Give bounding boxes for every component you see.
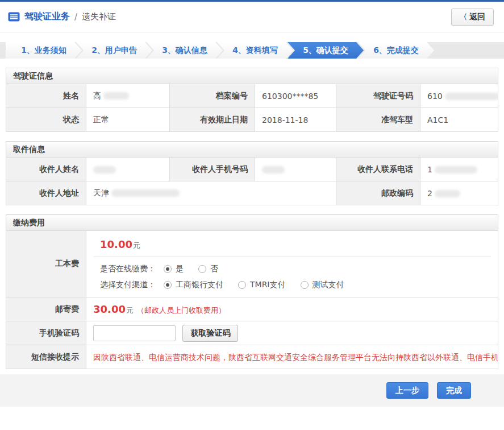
redacted-value [435, 166, 477, 173]
breadcrumb: 驾驶证业务 / 遗失补证 [8, 11, 116, 23]
step-3-confirm-info[interactable]: 3、确认信息 [147, 42, 223, 59]
vehicle-class-label: 准驾车型 [336, 108, 420, 132]
step-nav: 1、业务须知 2、用户申告 3、确认信息 4、资料填写 5、确认提交 6、完成提… [0, 42, 504, 59]
postcode-value: 2 [420, 181, 498, 205]
step-6-complete-submit[interactable]: 6、完成提交 [358, 42, 434, 59]
license-info-table: 姓名 高 档案编号 610300****85 驾驶证号码 610 状态 正常 有… [6, 84, 498, 132]
postcode-text: 2 [427, 189, 432, 198]
table-row: 手机验证码 获取验证码 [6, 321, 498, 345]
radio-online-no[interactable]: 否 [198, 264, 218, 274]
name-text: 高 [93, 91, 101, 100]
radio-checked-icon [164, 265, 172, 273]
payment-channel-question: 选择支付渠道： [100, 280, 156, 290]
status-label: 状态 [6, 108, 86, 132]
breadcrumb-separator: / [74, 12, 77, 22]
section-title-fees: 缴纳费用 [6, 214, 498, 230]
section-fees: 缴纳费用 工本费 10.00元 是否在线缴费： 是 [6, 214, 498, 369]
payment-channel-row: 选择支付渠道： 工商银行支付 TMRI支付 测试支付 [100, 277, 484, 293]
vehicle-class-value: A1C1 [420, 108, 498, 132]
breadcrumb-current: 遗失补证 [82, 11, 116, 22]
online-payment-question: 是否在线缴费： [100, 264, 156, 274]
redacted-value [103, 92, 129, 100]
radio-unchecked-icon [301, 281, 309, 289]
step-label: 6、完成提交 [373, 46, 419, 55]
back-button[interactable]: 〈 返回 [451, 9, 494, 26]
table-row: 工本费 10.00元 是否在线缴费： 是 [6, 231, 498, 297]
recipient-mobile-value [255, 158, 336, 181]
expiry-label: 有效期止日期 [170, 108, 255, 132]
step-label: 2、用户申告 [91, 46, 137, 55]
step-label: 4、资料填写 [232, 46, 278, 55]
license-number-text: 610 [427, 92, 443, 101]
radio-channel-tmri[interactable]: TMRI支付 [238, 280, 286, 290]
license-number-value: 610 [420, 84, 498, 108]
fees-table: 工本费 10.00元 是否在线缴费： 是 [6, 230, 498, 369]
section-title-license: 驾驶证信息 [6, 68, 498, 84]
redacted-value [445, 93, 498, 100]
back-button-label: 返回 [469, 12, 485, 22]
prev-step-button[interactable]: 上一步 [386, 382, 428, 399]
section-license-info: 驾驶证信息 姓名 高 档案编号 610300****85 驾驶证号码 610 状… [6, 68, 498, 132]
radio-channel-test[interactable]: 测试支付 [301, 280, 344, 290]
recipient-address-value: 天津 [86, 181, 336, 205]
pickup-info-table: 收件人姓名 收件人手机号码 收件人联系电话 1 收件人地址 天津 邮政编码 2 [6, 157, 498, 205]
name-value: 高 [86, 84, 170, 108]
step-label: 5、确认提交 [303, 46, 348, 55]
online-payment-row: 是否在线缴费： 是 否 [100, 261, 484, 277]
header: 驾驶证业务 / 遗失补证 〈 返回 [0, 2, 504, 32]
production-fee-value: 10.00元 是否在线缴费： 是 否 [86, 231, 498, 297]
footer-action-bar: 上一步 完成 [0, 374, 504, 407]
radio-label: 工商银行支付 [176, 280, 223, 290]
recipient-phone-value: 1 [420, 158, 498, 181]
name-label: 姓名 [6, 84, 86, 108]
table-row: 状态 正常 有效期止日期 2018-11-18 准驾车型 A1C1 [6, 108, 498, 132]
radio-label: 测试支付 [313, 280, 344, 290]
sms-tip-value: 因陕西省联通、电信运营商技术问题，陕西省互联网交通安全综合服务管理平台无法向持陕… [86, 345, 498, 369]
radio-online-yes[interactable]: 是 [164, 264, 184, 274]
recipient-address-label: 收件人地址 [6, 181, 86, 205]
recipient-mobile-label: 收件人手机号码 [170, 158, 255, 181]
postage-fee-label: 邮寄费 [6, 297, 86, 321]
expiry-value: 2018-11-18 [255, 108, 336, 132]
section-pickup-info: 取件信息 收件人姓名 收件人手机号码 收件人联系电话 1 收件人地址 天津 邮政… [6, 141, 498, 205]
production-fee-label: 工本费 [6, 231, 86, 297]
license-list-icon [8, 11, 20, 23]
step-label: 1、业务须知 [21, 46, 66, 55]
table-row: 姓名 高 档案编号 610300****85 驾驶证号码 610 [6, 84, 498, 108]
status-value: 正常 [86, 108, 170, 132]
get-code-button[interactable]: 获取验证码 [182, 325, 238, 342]
step-2-user-declaration[interactable]: 2、用户申告 [76, 42, 152, 59]
radio-checked-icon [164, 281, 172, 289]
chevron-left-icon: 〈 [460, 12, 467, 22]
amount-text: 30.00 [93, 303, 126, 315]
sms-code-value: 获取验证码 [86, 321, 498, 345]
redacted-value [262, 166, 285, 173]
amount-text: 10.00 [100, 238, 132, 250]
fee-options: 是否在线缴费： 是 否 选择支付渠道： [93, 257, 491, 297]
step-label: 3、确认信息 [162, 46, 207, 55]
step-4-fill-data[interactable]: 4、资料填写 [217, 42, 293, 59]
finish-button[interactable]: 完成 [437, 382, 471, 399]
redacted-value [111, 189, 180, 197]
radio-label: TMRI支付 [250, 280, 286, 290]
step-1-business-notice[interactable]: 1、业务须知 [6, 42, 82, 59]
sms-code-input[interactable] [93, 325, 176, 341]
postage-fee-value: 30.00元（邮政人员上门收取费用） [86, 297, 498, 321]
production-fee-amount: 10.00元 [93, 231, 491, 257]
recipient-phone-label: 收件人联系电话 [336, 158, 420, 181]
recipient-name-value [86, 158, 170, 181]
license-number-label: 驾驶证号码 [336, 84, 420, 108]
radio-unchecked-icon [238, 281, 246, 289]
sms-code-label: 手机验证码 [6, 321, 86, 345]
radio-channel-icbc[interactable]: 工商银行支付 [164, 280, 223, 290]
radio-unchecked-icon [198, 265, 206, 273]
main-content: 驾驶证信息 姓名 高 档案编号 610300****85 驾驶证号码 610 状… [6, 68, 498, 369]
section-title-pickup: 取件信息 [6, 141, 498, 157]
radio-label: 是 [176, 264, 184, 274]
postage-note: （邮政人员上门收取费用） [137, 306, 226, 315]
page-title: 驾驶证业务 [24, 11, 70, 23]
recipient-name-label: 收件人姓名 [6, 158, 86, 181]
sms-notice-text: 因陕西省联通、电信运营商技术问题，陕西省互联网交通安全综合服务管理平台无法向持陕… [93, 349, 491, 366]
step-5-confirm-submit[interactable]: 5、确认提交 [288, 42, 364, 59]
amount-unit: 元 [133, 241, 140, 250]
